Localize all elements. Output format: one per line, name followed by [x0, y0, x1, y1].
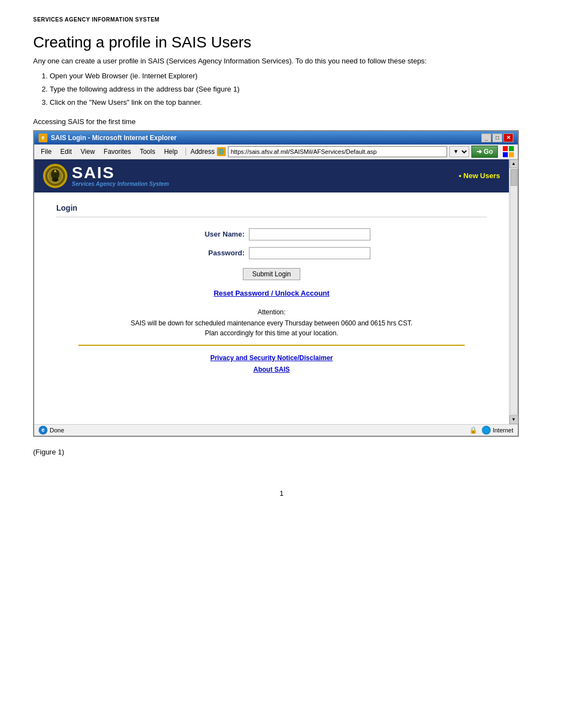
title-bar-left: e SAIS Login - Microsoft Internet Explor…	[39, 133, 177, 142]
scroll-thumb[interactable]	[511, 169, 517, 186]
sais-logo-area: SAIS Services Agency Information System	[43, 164, 169, 188]
go-button[interactable]: ➜ Go	[471, 146, 498, 158]
globe-icon: 🌐	[482, 426, 491, 435]
browser-content: SAIS Services Agency Information System …	[34, 159, 518, 424]
svg-rect-2	[503, 152, 508, 157]
menu-tools[interactable]: Tools	[136, 147, 158, 157]
footer-links: Privacy and Security Notice/Disclaimer A…	[56, 352, 487, 376]
svg-rect-0	[503, 146, 508, 151]
browser-window: e SAIS Login - Microsoft Internet Explor…	[33, 130, 519, 437]
password-label: Password:	[173, 249, 245, 257]
login-title: Login	[56, 204, 487, 212]
svg-rect-3	[509, 152, 514, 157]
status-done-text: Done	[50, 427, 64, 433]
status-left: e Done	[39, 426, 64, 435]
accessing-label: Accessing SAIS for the first time	[33, 117, 530, 126]
lock-icon: 🔒	[469, 426, 477, 434]
ie-title-icon: e	[39, 133, 47, 142]
username-label: User Name:	[173, 230, 245, 238]
doc-header: SERVICES AGENCY INFORMATION SYSTEM	[33, 17, 530, 23]
steps-list: Open your Web Browser (ie. Internet Expl…	[50, 70, 530, 109]
step-1: Open your Web Browser (ie. Internet Expl…	[50, 70, 530, 82]
menu-file[interactable]: File	[38, 147, 55, 157]
menu-favorites[interactable]: Favorites	[100, 147, 134, 157]
privacy-link[interactable]: Privacy and Security Notice/Disclaimer	[56, 352, 487, 365]
svg-rect-1	[509, 146, 514, 151]
attention-section: Attention: SAIS will be down for schedul…	[56, 308, 487, 338]
password-input[interactable]	[249, 247, 370, 259]
browser-title: SAIS Login - Microsoft Internet Explorer	[51, 134, 177, 142]
maximize-button[interactable]: □	[492, 133, 502, 142]
address-page-icon: 🌐	[217, 147, 226, 156]
sais-header: SAIS Services Agency Information System …	[34, 159, 509, 192]
step-3: Click on the "New Users" link on the top…	[50, 97, 530, 109]
menu-separator	[185, 148, 186, 156]
page-number: 1	[33, 489, 530, 497]
ie-status-icon: e	[39, 426, 47, 435]
scroll-track[interactable]	[510, 169, 518, 415]
menu-edit[interactable]: Edit	[57, 147, 75, 157]
menu-view[interactable]: View	[77, 147, 98, 157]
gold-divider	[78, 345, 465, 346]
scrollbar: ▲ ▼	[509, 159, 518, 424]
new-users-link[interactable]: • New Users	[459, 172, 500, 180]
figure-caption: (Figure 1)	[33, 448, 530, 456]
sais-emblem	[43, 164, 67, 188]
internet-badge: 🌐 Internet	[482, 426, 513, 435]
windows-logo	[502, 146, 514, 158]
intro-text: Any one can create a user profile in SAI…	[33, 56, 530, 67]
menu-help[interactable]: Help	[161, 147, 181, 157]
attention-body: SAIS will be down for scheduled maintena…	[56, 318, 487, 338]
minimize-button[interactable]: _	[481, 133, 491, 142]
go-arrow-icon: ➜	[476, 148, 482, 156]
address-input[interactable]	[228, 146, 447, 157]
address-dropdown[interactable]: ▼	[449, 146, 469, 157]
login-divider	[56, 217, 487, 217]
scroll-up-arrow[interactable]: ▲	[509, 159, 518, 168]
title-bar: e SAIS Login - Microsoft Internet Explor…	[34, 131, 518, 144]
svg-point-8	[52, 178, 58, 182]
sais-logo-subtitle: Services Agency Information System	[72, 181, 169, 187]
status-bar: e Done 🔒 🌐 Internet	[34, 424, 518, 436]
submit-row: Submit Login	[56, 268, 487, 280]
internet-label: Internet	[493, 427, 513, 433]
page-title: Creating a profile in SAIS Users	[33, 34, 530, 51]
username-row: User Name:	[56, 228, 487, 240]
status-right: 🔒 🌐 Internet	[469, 426, 513, 435]
sais-text-logo: SAIS Services Agency Information System	[72, 164, 169, 187]
content-area: SAIS Services Agency Information System …	[34, 159, 509, 424]
login-area: Login User Name: Password: Submit Login …	[34, 192, 509, 387]
address-label: Address	[190, 148, 215, 156]
submit-button[interactable]: Submit Login	[243, 268, 300, 280]
username-input[interactable]	[249, 228, 370, 240]
address-bar: Address 🌐 ▼	[190, 146, 469, 157]
step-2: Type the following address in the addres…	[50, 83, 530, 95]
password-row: Password:	[56, 247, 487, 259]
title-bar-controls: _ □ ✕	[481, 133, 513, 142]
about-link[interactable]: About SAIS	[56, 364, 487, 376]
scroll-down-arrow[interactable]: ▼	[509, 415, 518, 424]
menu-bar: File Edit View Favorites Tools Help Addr…	[34, 144, 518, 159]
attention-title: Attention:	[56, 308, 487, 316]
reset-password-link[interactable]: Reset Password / Unlock Account	[56, 289, 487, 297]
close-button[interactable]: ✕	[503, 133, 513, 142]
sais-logo-text: SAIS	[72, 164, 169, 181]
